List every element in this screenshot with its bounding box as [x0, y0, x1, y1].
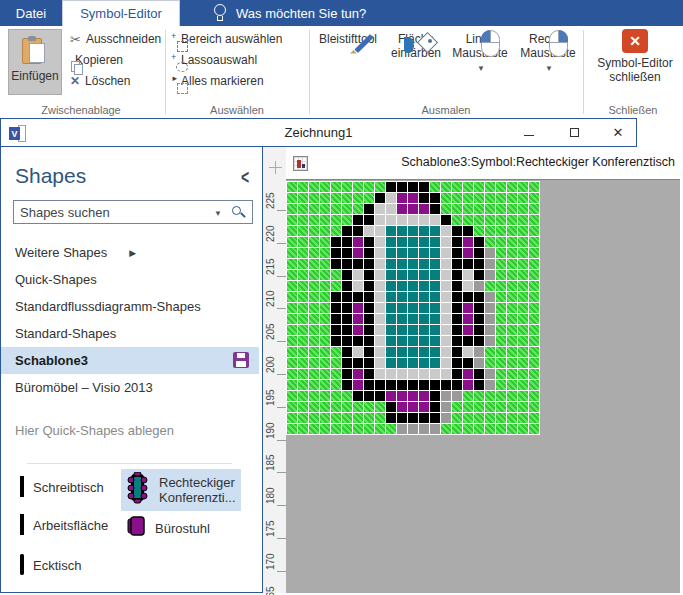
grid-cell[interactable]	[364, 259, 375, 270]
grid-cell[interactable]	[375, 380, 386, 391]
grid-cell[interactable]	[342, 204, 353, 215]
maximize-button[interactable]	[559, 119, 589, 146]
grid-cell[interactable]	[518, 336, 529, 347]
grid-cell[interactable]	[463, 182, 474, 193]
grid-cell[interactable]	[342, 259, 353, 270]
grid-cell[interactable]	[320, 215, 331, 226]
grid-cell[interactable]	[441, 270, 452, 281]
grid-cell[interactable]	[375, 336, 386, 347]
grid-cell[interactable]	[430, 248, 441, 259]
grid-cell[interactable]	[419, 424, 430, 435]
grid-cell[interactable]	[386, 226, 397, 237]
stencil-item-standard-shapes[interactable]: Standard-Shapes	[1, 320, 259, 347]
ribbon-button-alles-markieren[interactable]: ▸Alles markieren	[176, 74, 282, 88]
grid-cell[interactable]	[463, 270, 474, 281]
grid-cell[interactable]	[463, 391, 474, 402]
grid-cell[interactable]	[463, 380, 474, 391]
grid-cell[interactable]	[529, 193, 540, 204]
grid-cell[interactable]	[441, 182, 452, 193]
grid-cell[interactable]	[331, 413, 342, 424]
grid-cell[interactable]	[353, 237, 364, 248]
grid-cell[interactable]	[496, 347, 507, 358]
grid-cell[interactable]	[430, 380, 441, 391]
shapes-search-input[interactable]: Shapes suchen ▼	[13, 200, 253, 224]
ribbon-button-rechte-maustaste[interactable]: RechteMaustaste ▼	[516, 29, 580, 76]
grid-cell[interactable]	[496, 380, 507, 391]
grid-cell[interactable]	[529, 303, 540, 314]
grid-cell[interactable]	[342, 380, 353, 391]
grid-cell[interactable]	[441, 413, 452, 424]
grid-cell[interactable]	[408, 391, 419, 402]
grid-cell[interactable]	[298, 347, 309, 358]
grid-cell[interactable]	[452, 259, 463, 270]
grid-cell[interactable]	[485, 391, 496, 402]
minimize-button[interactable]	[514, 119, 544, 146]
grid-cell[interactable]	[353, 413, 364, 424]
grid-cell[interactable]	[386, 248, 397, 259]
grid-cell[interactable]	[419, 413, 430, 424]
grid-cell[interactable]	[287, 402, 298, 413]
grid-cell[interactable]	[386, 380, 397, 391]
grid-cell[interactable]	[397, 248, 408, 259]
grid-cell[interactable]	[507, 413, 518, 424]
grid-cell[interactable]	[408, 347, 419, 358]
grid-cell[interactable]	[474, 237, 485, 248]
grid-cell[interactable]	[353, 314, 364, 325]
grid-cell[interactable]	[342, 336, 353, 347]
grid-cell[interactable]	[397, 193, 408, 204]
drawing-window-titlebar[interactable]: Zeichnung1 V ✕	[0, 118, 637, 147]
grid-cell[interactable]	[320, 303, 331, 314]
grid-cell[interactable]	[430, 369, 441, 380]
grid-cell[interactable]	[386, 303, 397, 314]
grid-cell[interactable]	[320, 248, 331, 259]
grid-cell[interactable]	[309, 237, 320, 248]
grid-cell[interactable]	[287, 413, 298, 424]
grid-cell[interactable]	[408, 248, 419, 259]
grid-cell[interactable]	[408, 358, 419, 369]
grid-cell[interactable]	[496, 369, 507, 380]
grid-cell[interactable]	[452, 204, 463, 215]
grid-cell[interactable]	[331, 314, 342, 325]
grid-cell[interactable]	[507, 380, 518, 391]
grid-cell[interactable]	[430, 347, 441, 358]
grid-cell[interactable]	[386, 281, 397, 292]
grid-cell[interactable]	[441, 424, 452, 435]
grid-cell[interactable]	[320, 413, 331, 424]
grid-cell[interactable]	[353, 303, 364, 314]
grid-cell[interactable]	[529, 391, 540, 402]
grid-cell[interactable]	[353, 325, 364, 336]
grid-cell[interactable]	[463, 336, 474, 347]
master-item-b-rostuhl[interactable]: Bürostuhl	[121, 513, 215, 543]
grid-cell[interactable]	[298, 182, 309, 193]
grid-cell[interactable]	[364, 314, 375, 325]
search-dropdown-icon[interactable]: ▼	[214, 209, 222, 218]
grid-cell[interactable]	[386, 336, 397, 347]
ribbon-button-linke-maustaste[interactable]: LinkeMaustaste ▼	[448, 29, 512, 76]
grid-cell[interactable]	[386, 369, 397, 380]
grid-cell[interactable]	[485, 325, 496, 336]
grid-cell[interactable]	[452, 424, 463, 435]
grid-cell[interactable]	[463, 303, 474, 314]
grid-cell[interactable]	[408, 270, 419, 281]
grid-cell[interactable]	[309, 226, 320, 237]
grid-cell[interactable]	[452, 358, 463, 369]
grid-cell[interactable]	[375, 259, 386, 270]
grid-cell[interactable]	[408, 402, 419, 413]
grid-cell[interactable]	[452, 380, 463, 391]
grid-cell[interactable]	[375, 369, 386, 380]
grid-cell[interactable]	[287, 347, 298, 358]
grid-cell[interactable]	[397, 369, 408, 380]
grid-cell[interactable]	[342, 358, 353, 369]
grid-cell[interactable]	[408, 215, 419, 226]
grid-cell[interactable]	[507, 248, 518, 259]
grid-cell[interactable]	[375, 424, 386, 435]
grid-cell[interactable]	[463, 292, 474, 303]
grid-cell[interactable]	[452, 215, 463, 226]
grid-cell[interactable]	[408, 369, 419, 380]
grid-cell[interactable]	[320, 281, 331, 292]
grid-cell[interactable]	[375, 391, 386, 402]
grid-cell[interactable]	[320, 325, 331, 336]
grid-cell[interactable]	[353, 182, 364, 193]
grid-cell[interactable]	[353, 215, 364, 226]
grid-cell[interactable]	[309, 182, 320, 193]
